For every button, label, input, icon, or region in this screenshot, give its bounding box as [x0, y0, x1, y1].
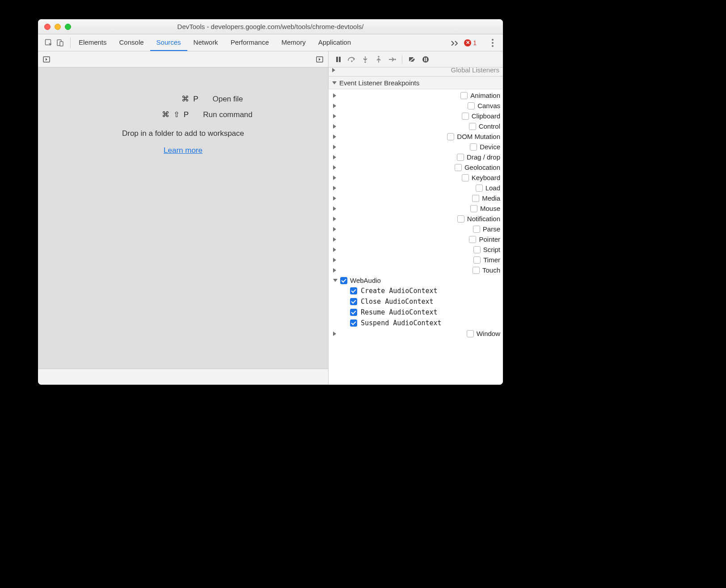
breakpoint-category[interactable]: DOM Mutation — [329, 131, 503, 142]
category-checkbox[interactable] — [472, 195, 479, 202]
category-checkbox[interactable] — [473, 267, 480, 274]
category-checkbox[interactable] — [462, 174, 469, 181]
breakpoint-item[interactable]: Suspend AudioContext — [347, 318, 503, 328]
step-out-icon[interactable] — [372, 54, 385, 65]
breakpoint-category[interactable]: Animation — [329, 90, 503, 101]
debugger-toggle-icon[interactable] — [314, 54, 325, 65]
chevron-right-icon — [333, 176, 459, 180]
category-checkbox[interactable] — [473, 226, 480, 233]
debugger-sidebar[interactable]: Global Listeners Event Listener Breakpoi… — [329, 67, 503, 385]
category-checkbox[interactable] — [462, 113, 469, 120]
category-checkbox[interactable] — [476, 185, 483, 192]
minimize-window-button[interactable] — [55, 24, 61, 30]
breakpoint-category[interactable]: Pointer — [329, 234, 503, 244]
category-label: Clipboard — [472, 112, 500, 120]
breakpoint-category[interactable]: Device — [329, 142, 503, 152]
settings-menu-button[interactable] — [488, 37, 498, 49]
step-icon[interactable] — [386, 54, 398, 65]
category-label: Animation — [470, 92, 500, 99]
category-checkbox[interactable] — [469, 236, 476, 243]
breakpoint-category[interactable]: Touch — [329, 265, 503, 275]
pause-on-exceptions-icon[interactable] — [419, 54, 432, 65]
breakpoint-item[interactable]: Close AudioContext — [347, 296, 503, 307]
breakpoint-category[interactable]: Keyboard — [329, 172, 503, 183]
breakpoint-item[interactable]: Create AudioContext — [347, 286, 503, 296]
open-file-shortcut: ⌘ P — [123, 94, 212, 104]
zoom-window-button[interactable] — [65, 24, 71, 30]
chevron-right-icon — [333, 186, 473, 190]
breakpoint-category[interactable]: Parse — [329, 224, 503, 234]
breakpoint-category[interactable]: WebAudio — [329, 275, 503, 286]
run-command-shortcut: ⌘ ⇧ P — [114, 110, 203, 119]
category-checkbox[interactable] — [340, 277, 347, 284]
tab-elements[interactable]: Elements — [72, 34, 113, 51]
category-checkbox[interactable] — [447, 133, 454, 140]
pause-icon[interactable] — [332, 54, 345, 65]
breakpoint-checkbox[interactable] — [350, 319, 357, 327]
traffic-lights — [38, 24, 71, 30]
navigator-toggle-icon[interactable] — [41, 54, 52, 65]
category-label: Canvas — [477, 102, 500, 109]
tab-performance[interactable]: Performance — [224, 34, 275, 51]
category-label: Window — [477, 330, 500, 337]
tab-console[interactable]: Console — [113, 34, 150, 51]
breakpoint-category[interactable]: Geolocation — [329, 162, 503, 172]
category-checkbox[interactable] — [460, 92, 468, 99]
tab-application[interactable]: Application — [312, 34, 357, 51]
device-toolbar-icon[interactable] — [55, 38, 66, 48]
breakpoint-category[interactable]: Script — [329, 244, 503, 255]
category-label: Drag / drop — [467, 153, 500, 161]
breakpoint-category[interactable]: Media — [329, 193, 503, 203]
category-checkbox[interactable] — [470, 143, 477, 151]
category-label: WebAudio — [350, 277, 381, 284]
open-file-label: Open file — [212, 95, 243, 104]
svg-rect-14 — [426, 58, 427, 61]
step-into-icon[interactable] — [359, 54, 371, 65]
devtools-tabstrip: Elements Console Sources Network Perform… — [38, 34, 503, 51]
breakpoint-checkbox[interactable] — [350, 309, 357, 316]
section-event-listener-breakpoints[interactable]: Event Listener Breakpoints — [329, 76, 503, 89]
learn-more-link[interactable]: Learn more — [164, 146, 203, 155]
breakpoint-category[interactable]: Load — [329, 183, 503, 193]
chevron-down-icon — [332, 81, 337, 84]
error-count: 1 — [473, 39, 477, 46]
breakpoint-item[interactable]: Resume AudioContext — [347, 307, 503, 318]
close-window-button[interactable] — [44, 24, 51, 30]
deactivate-breakpoints-icon[interactable] — [406, 54, 418, 65]
category-checkbox[interactable] — [473, 256, 481, 264]
breakpoint-category[interactable]: Clipboard — [329, 111, 503, 121]
error-indicator[interactable]: ✕ 1 — [464, 39, 477, 46]
category-checkbox[interactable] — [455, 164, 462, 171]
tab-memory[interactable]: Memory — [275, 34, 312, 51]
tab-sources[interactable]: Sources — [150, 34, 187, 51]
more-tabs-icon[interactable] — [450, 38, 460, 48]
panel-tabs: Elements Console Sources Network Perform… — [72, 34, 357, 51]
inspect-element-icon[interactable] — [43, 38, 54, 48]
category-checkbox[interactable] — [457, 215, 464, 223]
svg-point-12 — [422, 56, 429, 63]
breakpoint-category[interactable]: Drag / drop — [329, 152, 503, 162]
category-checkbox[interactable] — [473, 246, 481, 253]
breakpoint-category[interactable]: Canvas — [329, 101, 503, 111]
breakpoint-category[interactable]: Timer — [329, 255, 503, 265]
section-global-listeners[interactable]: Global Listeners — [329, 67, 503, 76]
breakpoint-category[interactable]: Control — [329, 121, 503, 131]
breakpoint-category[interactable]: Mouse — [329, 203, 503, 214]
category-checkbox[interactable] — [467, 330, 474, 337]
breakpoint-checkbox[interactable] — [350, 298, 357, 305]
breakpoint-category[interactable]: Notification — [329, 214, 503, 224]
chevron-right-icon — [333, 206, 468, 211]
tab-network[interactable]: Network — [187, 34, 224, 51]
chevron-right-icon — [333, 332, 464, 336]
chevron-right-icon — [333, 258, 471, 262]
chevron-right-icon — [333, 196, 469, 201]
category-checkbox[interactable] — [468, 102, 475, 109]
category-checkbox[interactable] — [470, 205, 477, 212]
category-checkbox[interactable] — [469, 123, 476, 130]
category-checkbox[interactable] — [457, 154, 464, 161]
chevron-right-icon — [333, 124, 466, 129]
category-label: Touch — [482, 266, 500, 274]
breakpoint-category[interactable]: Window — [329, 328, 503, 339]
step-over-icon[interactable] — [346, 54, 358, 65]
breakpoint-checkbox[interactable] — [350, 287, 357, 294]
